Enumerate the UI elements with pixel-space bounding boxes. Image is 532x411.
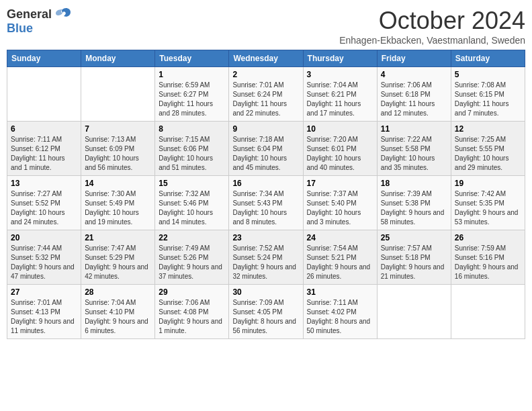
day-info: Sunrise: 7:34 AM Sunset: 5:43 PM Dayligh… bbox=[232, 189, 299, 227]
day-cell: 11Sunrise: 7:22 AM Sunset: 5:58 PM Dayli… bbox=[377, 122, 451, 176]
day-cell: 18Sunrise: 7:39 AM Sunset: 5:38 PM Dayli… bbox=[377, 176, 451, 230]
header-day-monday: Monday bbox=[81, 50, 155, 67]
header-day-sunday: Sunday bbox=[7, 50, 81, 67]
day-info: Sunrise: 6:59 AM Sunset: 6:27 PM Dayligh… bbox=[159, 81, 225, 118]
week-row-1: 1Sunrise: 6:59 AM Sunset: 6:27 PM Daylig… bbox=[7, 67, 525, 122]
day-cell: 24Sunrise: 7:54 AM Sunset: 5:21 PM Dayli… bbox=[303, 230, 377, 285]
day-info: Sunrise: 7:44 AM Sunset: 5:32 PM Dayligh… bbox=[11, 244, 77, 281]
day-cell: 19Sunrise: 7:42 AM Sunset: 5:35 PM Dayli… bbox=[451, 176, 525, 230]
day-number: 6 bbox=[11, 124, 77, 134]
day-info: Sunrise: 7:15 AM Sunset: 6:06 PM Dayligh… bbox=[159, 135, 225, 173]
day-cell: 20Sunrise: 7:44 AM Sunset: 5:32 PM Dayli… bbox=[7, 230, 81, 285]
day-cell: 13Sunrise: 7:27 AM Sunset: 5:52 PM Dayli… bbox=[7, 176, 81, 230]
day-cell: 17Sunrise: 7:37 AM Sunset: 5:40 PM Dayli… bbox=[303, 176, 377, 230]
day-number: 31 bbox=[307, 287, 373, 297]
day-info: Sunrise: 7:59 AM Sunset: 5:16 PM Dayligh… bbox=[455, 244, 521, 281]
day-number: 11 bbox=[381, 124, 447, 134]
day-cell: 8Sunrise: 7:15 AM Sunset: 6:06 PM Daylig… bbox=[155, 122, 229, 176]
day-cell: 1Sunrise: 6:59 AM Sunset: 6:27 PM Daylig… bbox=[155, 67, 229, 122]
week-row-3: 13Sunrise: 7:27 AM Sunset: 5:52 PM Dayli… bbox=[7, 176, 525, 230]
day-info: Sunrise: 7:25 AM Sunset: 5:55 PM Dayligh… bbox=[455, 135, 521, 173]
day-number: 13 bbox=[11, 179, 77, 188]
week-row-2: 6Sunrise: 7:11 AM Sunset: 6:12 PM Daylig… bbox=[7, 122, 525, 176]
day-info: Sunrise: 7:32 AM Sunset: 5:46 PM Dayligh… bbox=[159, 189, 225, 227]
day-number: 9 bbox=[232, 124, 299, 134]
day-info: Sunrise: 7:22 AM Sunset: 5:58 PM Dayligh… bbox=[381, 135, 447, 173]
day-number: 22 bbox=[159, 233, 225, 242]
day-cell: 30Sunrise: 7:09 AM Sunset: 4:05 PM Dayli… bbox=[229, 285, 303, 339]
day-info: Sunrise: 7:08 AM Sunset: 6:15 PM Dayligh… bbox=[455, 81, 521, 118]
day-info: Sunrise: 7:11 AM Sunset: 4:02 PM Dayligh… bbox=[307, 298, 373, 336]
header-day-saturday: Saturday bbox=[451, 50, 525, 67]
week-row-5: 27Sunrise: 7:01 AM Sunset: 4:13 PM Dayli… bbox=[7, 285, 525, 339]
logo-blue: Blue bbox=[7, 21, 33, 35]
day-cell: 7Sunrise: 7:13 AM Sunset: 6:09 PM Daylig… bbox=[81, 122, 155, 176]
logo-bird-icon bbox=[53, 7, 72, 21]
day-cell: 29Sunrise: 7:06 AM Sunset: 4:08 PM Dayli… bbox=[155, 285, 229, 339]
day-cell: 21Sunrise: 7:47 AM Sunset: 5:29 PM Dayli… bbox=[81, 230, 155, 285]
month-title: October 2024 bbox=[339, 7, 525, 35]
day-cell: 15Sunrise: 7:32 AM Sunset: 5:46 PM Dayli… bbox=[155, 176, 229, 230]
header-day-wednesday: Wednesday bbox=[229, 50, 303, 67]
day-info: Sunrise: 7:13 AM Sunset: 6:09 PM Dayligh… bbox=[85, 135, 151, 173]
day-cell: 14Sunrise: 7:30 AM Sunset: 5:49 PM Dayli… bbox=[81, 176, 155, 230]
day-cell: 9Sunrise: 7:18 AM Sunset: 6:04 PM Daylig… bbox=[229, 122, 303, 176]
header-day-thursday: Thursday bbox=[303, 50, 377, 67]
day-number: 27 bbox=[11, 287, 77, 297]
day-info: Sunrise: 7:06 AM Sunset: 4:08 PM Dayligh… bbox=[159, 298, 225, 336]
day-info: Sunrise: 7:04 AM Sunset: 4:10 PM Dayligh… bbox=[85, 298, 151, 336]
day-cell: 4Sunrise: 7:06 AM Sunset: 6:18 PM Daylig… bbox=[377, 67, 451, 122]
day-info: Sunrise: 7:04 AM Sunset: 6:21 PM Dayligh… bbox=[307, 81, 373, 118]
title-block: October 2024 Enhagen-Ekbacken, Vaestmanl… bbox=[339, 7, 525, 46]
day-cell: 5Sunrise: 7:08 AM Sunset: 6:15 PM Daylig… bbox=[451, 67, 525, 122]
day-cell bbox=[451, 285, 525, 339]
day-info: Sunrise: 7:09 AM Sunset: 4:05 PM Dayligh… bbox=[232, 298, 299, 336]
day-number: 25 bbox=[381, 233, 447, 242]
logo: General Blue bbox=[7, 7, 72, 36]
location-subtitle: Enhagen-Ekbacken, Vaestmanland, Sweden bbox=[339, 35, 525, 46]
day-cell bbox=[377, 285, 451, 339]
day-cell: 23Sunrise: 7:52 AM Sunset: 5:24 PM Dayli… bbox=[229, 230, 303, 285]
day-number: 23 bbox=[232, 233, 299, 242]
day-cell: 16Sunrise: 7:34 AM Sunset: 5:43 PM Dayli… bbox=[229, 176, 303, 230]
calendar-body: 1Sunrise: 6:59 AM Sunset: 6:27 PM Daylig… bbox=[7, 67, 525, 339]
day-info: Sunrise: 7:47 AM Sunset: 5:29 PM Dayligh… bbox=[85, 244, 151, 281]
day-cell: 28Sunrise: 7:04 AM Sunset: 4:10 PM Dayli… bbox=[81, 285, 155, 339]
day-info: Sunrise: 7:01 AM Sunset: 6:24 PM Dayligh… bbox=[232, 81, 299, 118]
day-cell bbox=[7, 67, 81, 122]
day-number: 15 bbox=[159, 179, 225, 188]
day-info: Sunrise: 7:39 AM Sunset: 5:38 PM Dayligh… bbox=[381, 189, 447, 227]
day-cell: 12Sunrise: 7:25 AM Sunset: 5:55 PM Dayli… bbox=[451, 122, 525, 176]
day-info: Sunrise: 7:37 AM Sunset: 5:40 PM Dayligh… bbox=[307, 189, 373, 227]
day-info: Sunrise: 7:11 AM Sunset: 6:12 PM Dayligh… bbox=[11, 135, 77, 173]
day-cell: 27Sunrise: 7:01 AM Sunset: 4:13 PM Dayli… bbox=[7, 285, 81, 339]
day-cell bbox=[81, 67, 155, 122]
day-info: Sunrise: 7:52 AM Sunset: 5:24 PM Dayligh… bbox=[232, 244, 299, 281]
day-cell: 22Sunrise: 7:49 AM Sunset: 5:26 PM Dayli… bbox=[155, 230, 229, 285]
day-info: Sunrise: 7:27 AM Sunset: 5:52 PM Dayligh… bbox=[11, 189, 77, 227]
header-day-tuesday: Tuesday bbox=[155, 50, 229, 67]
day-number: 24 bbox=[307, 233, 373, 242]
day-number: 16 bbox=[232, 179, 299, 188]
day-cell: 2Sunrise: 7:01 AM Sunset: 6:24 PM Daylig… bbox=[229, 67, 303, 122]
day-number: 2 bbox=[232, 70, 299, 79]
day-number: 30 bbox=[232, 287, 299, 297]
day-cell: 6Sunrise: 7:11 AM Sunset: 6:12 PM Daylig… bbox=[7, 122, 81, 176]
day-info: Sunrise: 7:42 AM Sunset: 5:35 PM Dayligh… bbox=[455, 189, 521, 227]
calendar-header: SundayMondayTuesdayWednesdayThursdayFrid… bbox=[7, 50, 525, 67]
day-number: 17 bbox=[307, 179, 373, 188]
header-day-friday: Friday bbox=[377, 50, 451, 67]
day-number: 20 bbox=[11, 233, 77, 242]
day-cell: 10Sunrise: 7:20 AM Sunset: 6:01 PM Dayli… bbox=[303, 122, 377, 176]
day-cell: 25Sunrise: 7:57 AM Sunset: 5:18 PM Dayli… bbox=[377, 230, 451, 285]
day-number: 3 bbox=[307, 70, 373, 79]
day-number: 4 bbox=[381, 70, 447, 79]
header-row: SundayMondayTuesdayWednesdayThursdayFrid… bbox=[7, 50, 525, 67]
logo-general: General bbox=[7, 7, 52, 21]
day-number: 19 bbox=[455, 179, 521, 188]
page-header: General Blue October 2024 Enhagen-Ekback… bbox=[7, 7, 525, 46]
day-number: 14 bbox=[85, 179, 151, 188]
day-number: 7 bbox=[85, 124, 151, 134]
day-info: Sunrise: 7:18 AM Sunset: 6:04 PM Dayligh… bbox=[232, 135, 299, 173]
calendar-table: SundayMondayTuesdayWednesdayThursdayFrid… bbox=[7, 50, 525, 339]
